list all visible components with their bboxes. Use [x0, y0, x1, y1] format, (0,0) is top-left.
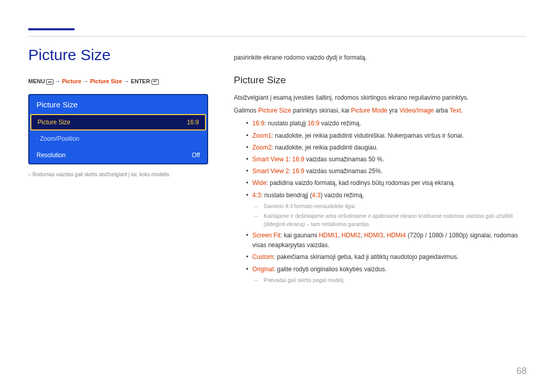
option-16-9: 16:9: nustato platųjį 16:9 vaizdo režimą… — [246, 119, 527, 128]
breadcrumb-picture: Picture — [62, 78, 81, 84]
text: Galimos — [234, 107, 258, 114]
text: vaizdas sumažinamas 25%. — [304, 167, 382, 175]
text: : — [289, 156, 292, 163]
option-wide: Wide: padidina vaizdo formatą, kad rodin… — [246, 178, 527, 188]
term-picture-size: Picture Size — [258, 107, 291, 114]
osd-menu-header: Picture Size — [29, 95, 207, 114]
paragraph-1: Atsižvelgiant į esamą įvesties šaltinį, … — [234, 93, 527, 103]
option-key: Smart View 2 — [252, 167, 289, 175]
text: ) vaizdo režimą. — [321, 192, 364, 199]
breadcrumb-menu: MENU — [28, 78, 45, 84]
option-key: Zoom2 — [252, 144, 271, 151]
intro-text: pasirinkite ekrane rodomo vaizdo dydį ir… — [234, 54, 527, 61]
option-key: 4:3 — [252, 192, 261, 199]
option-key: Screen Fit — [252, 232, 281, 239]
ports-note: Prievadai gali skirtis pagal modelį. — [264, 276, 527, 285]
inline-hl: 16:9 — [292, 156, 304, 163]
osd-row-picture-size[interactable]: Picture Size 16:9 — [30, 114, 206, 130]
enter-icon — [152, 79, 159, 85]
option-smart-view-2: Smart View 2: 16:9 vaizdas sumažinamas 2… — [246, 166, 527, 176]
model-note: – Rodomas vaizdas gali skirtis atsižvelg… — [28, 172, 208, 177]
inline-hl: 16:9 — [292, 167, 304, 175]
menu-icon: m — [46, 79, 53, 85]
text: . — [461, 107, 462, 114]
option-original: Original: galite rodyti originalios koky… — [246, 265, 527, 285]
term-hdmi2: HDMI2 — [341, 232, 360, 239]
option-smart-view-1: Smart View 1: 16:9 vaizdas sumažinamas 5… — [246, 155, 527, 164]
page-title: Picture Size — [28, 46, 208, 64]
inline-hl: 16:9 — [307, 120, 319, 127]
breadcrumb-enter: ENTER — [131, 78, 150, 84]
text: : nustato platųjį — [264, 120, 307, 127]
text: : pakeičiama skiriamoji geba, kad ji ati… — [273, 253, 458, 260]
term-hdmi1: HDMI1 — [319, 232, 338, 239]
right-column: pasirinkite ekrane rodomo vaizdo dydį ir… — [234, 54, 527, 286]
option-key: Zoom1 — [252, 132, 271, 139]
paragraph-2: Galimos Picture Size parinktys skiriasi,… — [234, 106, 527, 116]
text: parinktys skiriasi, kai — [291, 107, 351, 114]
option-key: Smart View 1 — [252, 156, 289, 163]
header-divider — [28, 36, 527, 36]
term-hdmi3: HDMI3 — [364, 232, 383, 239]
text: : nustato bendrąjį ( — [261, 192, 312, 199]
term-text: Text — [450, 107, 461, 114]
option-4-3: 4:3: nustato bendrąjį (4:3) vaizdo režim… — [246, 191, 527, 229]
option-key: Original — [252, 266, 273, 273]
inline-hl: 4:3 — [285, 203, 293, 209]
osd-row-label: Picture Size — [38, 119, 70, 126]
text: : — [289, 167, 292, 175]
warning-4-3-a: Gaminio 4:3 formato nenaudokite ilgai. — [264, 202, 527, 211]
osd-row-zoom-position[interactable]: · Zoom/Position — [29, 130, 207, 147]
option-screen-fit: Screen Fit: kai gaunami HDMI1, HDMI2, HD… — [246, 231, 527, 250]
text: : padidina vaizdo formatą, kad rodinys b… — [266, 179, 455, 186]
term-video-image: Video/Image — [399, 107, 434, 114]
options-list: 16:9: nustato platųjį 16:9 vaizdo režimą… — [246, 119, 527, 284]
text: yra — [387, 107, 399, 114]
osd-row-label: Resolution — [36, 152, 66, 159]
text: Gaminio — [264, 203, 285, 209]
osd-row-resolution[interactable]: Resolution Off — [29, 147, 207, 163]
breadcrumb: MENU m → Picture → Picture Size → ENTER — [28, 78, 208, 85]
term-hdmi4: HDMI4 — [386, 232, 405, 239]
osd-row-label: · Zoom/Position — [36, 135, 79, 142]
option-key: Wide — [252, 179, 266, 186]
text: : galite rodyti originalios kokybės vaiz… — [273, 266, 386, 273]
text: vaizdas sumažinamas 50 %. — [304, 156, 384, 163]
osd-row-value: 16:9 — [187, 119, 199, 126]
page-number: 68 — [516, 366, 527, 377]
text: arba — [434, 107, 449, 114]
left-column: Picture Size MENU m → Picture → Picture … — [28, 46, 208, 181]
breadcrumb-picture-size: Picture Size — [90, 78, 122, 84]
text: : naudokite, jei reikia padidinti daugia… — [271, 144, 378, 151]
inline-hl: 4:3 — [312, 192, 321, 199]
osd-row-value: Off — [192, 152, 200, 159]
section-subtitle: Picture Size — [234, 74, 527, 86]
term-picture-mode: Picture Mode — [351, 107, 387, 114]
text: vaizdo režimą. — [320, 120, 361, 127]
osd-menu-box: Picture Size Picture Size 16:9 · Zoom/Po… — [28, 94, 208, 164]
option-key: Custom — [252, 253, 273, 260]
option-zoom1: Zoom1: naudokite, jei reikia padidinti v… — [246, 131, 527, 141]
header-accent-bar — [28, 28, 75, 30]
warning-4-3-b: Kairiajame ir dešiniajame arba viršutini… — [264, 212, 527, 229]
option-zoom2: Zoom2: naudokite, jei reikia padidinti d… — [246, 143, 527, 153]
text: formato nenaudokite ilgai. — [293, 203, 356, 209]
text: : kai gaunami — [281, 232, 319, 239]
option-custom: Custom: pakeičiama skiriamoji geba, kad … — [246, 252, 527, 262]
option-key: 16:9 — [252, 120, 264, 127]
text: : naudokite, jei reikia padidinti viduti… — [271, 132, 464, 139]
